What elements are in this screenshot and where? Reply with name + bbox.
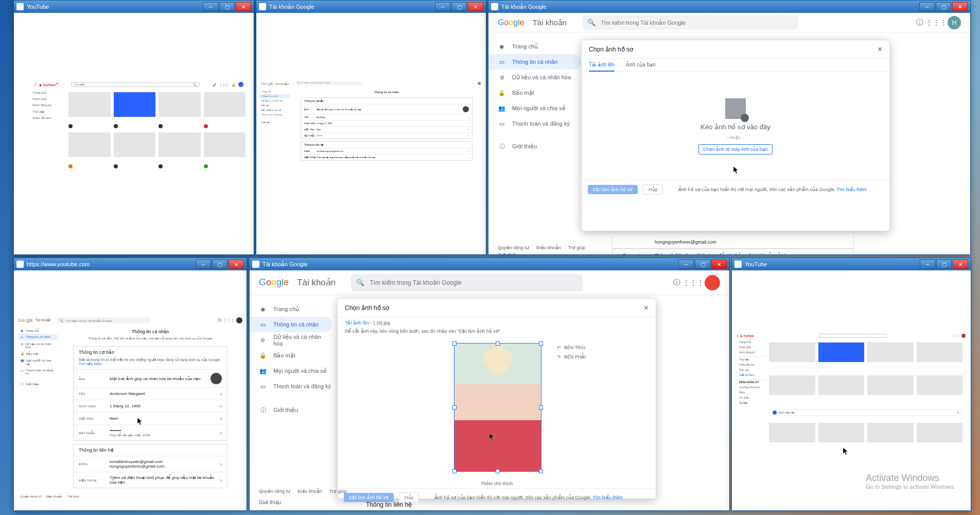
video-title[interactable]	[204, 163, 246, 175]
nav-item-active[interactable]: Thông tin cá nhân	[259, 94, 290, 98]
search-box[interactable]: 🔍 Tìm kiếm trong Tài khoản Google	[295, 81, 362, 85]
avatar[interactable]	[961, 334, 966, 338]
nav-item[interactable]: ▭ Thanh toán và đăng ký	[18, 367, 58, 376]
video-title[interactable]	[818, 401, 865, 413]
info-row-email[interactable]: EMAILmaribelhongcom@gmail.com›	[301, 148, 472, 154]
tab-your-photos[interactable]: Ảnh của bạn	[626, 62, 655, 72]
tab-upload[interactable]: Tải ảnh lên	[589, 62, 615, 72]
nav-item[interactable]: ◉ Trang chủ	[18, 327, 58, 334]
learn-more-link[interactable]: Tìm hiểu thêm	[593, 495, 623, 500]
privacy-link[interactable]: Quyền riêng tư	[498, 245, 529, 250]
apps-icon[interactable]: ⋮⋮⋮	[688, 278, 698, 288]
avatar[interactable]	[478, 82, 481, 85]
sidebar-item[interactable]: Thư viện	[29, 108, 65, 115]
titlebar[interactable]: Tài khoản Google ─ ▢ ✕	[256, 1, 486, 13]
crop-handle-ne[interactable]	[539, 341, 543, 346]
nav-item[interactable]: Bảo mật	[259, 103, 290, 108]
minimize-button[interactable]: ─	[203, 2, 218, 11]
google-logo[interactable]: Google	[261, 82, 273, 85]
search-icon[interactable]: 🔍	[193, 83, 197, 87]
apps-icon[interactable]: ⋮⋮⋮	[223, 318, 234, 322]
video-title[interactable]	[917, 401, 963, 413]
privacy-link[interactable]: Quyền riêng tư	[20, 494, 41, 498]
set-profile-photo-button[interactable]: Đặt làm ảnh hồ sơ	[344, 493, 394, 502]
hamburger-icon[interactable]: ≡	[737, 334, 739, 337]
minimize-button[interactable]: ─	[678, 260, 694, 269]
titlebar[interactable]: YouTube ─ ▢ ✕	[14, 1, 254, 13]
crop-handle-sw[interactable]	[452, 469, 457, 473]
info-row-email[interactable]: EMAILlomallienboywitz@gmail.comhongnguye…	[74, 456, 227, 472]
about-link[interactable]: Giới thiệu	[259, 500, 281, 505]
info-row-email[interactable]: hongnguyenforex@gmail.com	[612, 235, 854, 249]
minimize-button[interactable]: ─	[435, 2, 450, 11]
nav-item[interactable]: 🔒 Bảo mật	[18, 350, 58, 357]
sidebar-item[interactable]: Hiển thị thêm	[737, 372, 766, 377]
minimize-button[interactable]: ─	[919, 2, 935, 11]
video-thumb[interactable]	[114, 132, 156, 157]
video-thumb[interactable]	[917, 423, 963, 442]
close-icon[interactable]: ×	[878, 45, 882, 54]
nav-item[interactable]: Giới thiệu	[259, 120, 290, 125]
maximize-button[interactable]: ▢	[219, 2, 235, 11]
apps-icon[interactable]: ⋮⋮⋮	[931, 18, 941, 28]
hamburger-icon[interactable]: ≡	[34, 83, 37, 86]
nav-personal-info[interactable]: ▭Thông tin cá nhân	[488, 54, 581, 70]
crop-handle-nw[interactable]	[452, 341, 457, 346]
minimize-button[interactable]: ─	[196, 260, 211, 269]
learn-more-link[interactable]: Tìm hiểu thêm	[837, 187, 867, 192]
nav-item[interactable]: Mọi người và chia sẻ	[259, 108, 290, 112]
google-logo[interactable]: Google	[18, 318, 33, 323]
nav-item[interactable]: ⓘ Giới thiệu	[18, 381, 58, 388]
mic-icon[interactable]: 🎤	[213, 83, 216, 87]
help-link[interactable]: Trợ giúp	[568, 245, 586, 250]
close-button[interactable]: ✕	[952, 2, 968, 11]
sidebar-item[interactable]: Trang chủ	[737, 339, 766, 345]
maximize-button[interactable]: ▢	[936, 2, 951, 11]
video-thumb[interactable]	[818, 375, 865, 395]
search-box[interactable]: 🔍	[351, 274, 583, 291]
nav-security[interactable]: 🔒Bảo mật	[488, 85, 581, 100]
nav-home[interactable]: ◉Trang chủ	[250, 301, 332, 317]
video-thumb[interactable]	[204, 132, 246, 157]
video-thumb[interactable]	[68, 132, 111, 157]
nav-item-active[interactable]: ▭ Thông tin cá nhân	[18, 334, 58, 340]
sidebar-item[interactable]: Khám phá	[737, 345, 766, 350]
nav-payments[interactable]: ▭Thanh toán và đăng ký	[250, 379, 332, 394]
nav-about[interactable]: ⓘGiới thiệu	[250, 402, 332, 418]
close-button[interactable]: ✕	[229, 260, 244, 269]
nav-item[interactable]: Thanh toán và đăng ký	[259, 112, 290, 117]
apps-icon[interactable]: ⋮⋮⋮	[952, 334, 959, 337]
cancel-button[interactable]: Hủy	[643, 184, 663, 195]
nav-people[interactable]: 👥Mọi người và chia sẻ	[488, 100, 581, 116]
help-link[interactable]: Trợ giúp	[67, 494, 79, 498]
sidebar-item[interactable]: Xem sau	[737, 367, 766, 372]
terms-link[interactable]: Điều khoản	[46, 494, 63, 498]
nav-home[interactable]: ◉Trang chủ	[488, 39, 581, 54]
nav-security[interactable]: 🔒Bảo mật	[250, 348, 332, 363]
youtube-logo[interactable]: ▶ YouTubeVN	[40, 82, 59, 87]
close-icon[interactable]: ×	[644, 303, 649, 313]
sidebar-item[interactable]: Video đã xem	[29, 115, 65, 121]
info-row-gender[interactable]: GIỚI TÍNHNam›	[74, 412, 227, 424]
video-thumb[interactable]	[769, 342, 815, 362]
search-input[interactable]	[74, 83, 193, 86]
nav-item[interactable]: Dữ liệu và cá nhân hóa	[259, 98, 290, 103]
nav-item[interactable]: ⊚ Dữ liệu và cá nhân hóa	[18, 340, 58, 350]
rotate-right-button[interactable]: ↷BÊN PHẢI	[557, 354, 586, 359]
info-row-password[interactable]: MẬT KHẨU••••••••Thay đổi lần gần nhất: 1…	[74, 424, 227, 440]
titlebar[interactable]: https://www.youtube.com ─ ▢ ✕	[14, 258, 247, 270]
window-youtube-com-4[interactable]: https://www.youtube.com ─ ▢ ✕ Google Tài…	[13, 258, 247, 511]
crop-handle-se[interactable]	[539, 469, 543, 473]
maximize-button[interactable]: ▢	[936, 260, 952, 269]
info-row-phone[interactable]: ĐIỆN THOẠIThêm số điện thoại khôi phục đ…	[74, 472, 227, 488]
crop-handle-n[interactable]	[496, 341, 500, 346]
crop-handle-s[interactable]	[496, 469, 500, 473]
youtube-logo[interactable]: ▶ YouTube	[741, 334, 754, 337]
window-youtube-1[interactable]: YouTube ─ ▢ ✕ ≡ ▶ YouTubeVN 🔍 🎤 ⋮⋮⋮ 🔔 Tr…	[13, 0, 254, 255]
titlebar[interactable]: Tài khoản Google ─ ▢ ✕	[488, 1, 970, 13]
search-box[interactable]	[819, 334, 886, 338]
help-icon[interactable]: ⓘ	[672, 278, 682, 288]
breadcrumb-upload[interactable]: Tải ảnh lên	[345, 320, 369, 325]
close-button[interactable]: ✕	[236, 2, 251, 11]
info-row-dob[interactable]: NGÀY SINH1 tháng 12, 1989›	[74, 400, 227, 412]
